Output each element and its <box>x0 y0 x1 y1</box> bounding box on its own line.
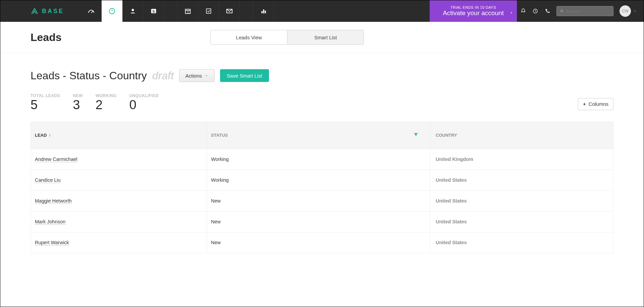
column-label: LEAD <box>35 133 47 138</box>
cell-lead: Rupert Warwick <box>31 232 207 253</box>
cell-status: New <box>207 191 430 211</box>
checkbox-icon <box>205 8 212 14</box>
bell-icon <box>520 8 526 14</box>
table-row[interactable]: Maggie HetworthNewUnited States <box>31 190 613 211</box>
activity-button[interactable] <box>532 8 538 14</box>
stat-label: NEW <box>73 93 83 98</box>
nav-right: CW <box>517 0 644 22</box>
filter-icon[interactable] <box>413 132 419 138</box>
sort-ascending-icon: ↑ <box>49 133 51 138</box>
cell-lead: Mark Johnson <box>31 212 207 232</box>
logo-icon <box>31 7 39 15</box>
lead-link[interactable]: Rupert Warwick <box>35 240 69 246</box>
stat-new: NEW 3 <box>73 93 83 112</box>
view-toggle: Leads View Smart List <box>210 30 364 45</box>
cell-lead: Andrew Carmichael <box>31 149 207 170</box>
stat-label: UNQUALIFIED <box>129 93 159 98</box>
svg-line-16 <box>562 11 563 12</box>
stat-label: TOTAL LEADS <box>31 93 60 98</box>
trial-main-text: Activate your account <box>443 9 504 17</box>
table-body: Andrew CarmichaelWorkingUnited KingdomCa… <box>31 149 613 253</box>
column-header-lead[interactable]: LEAD ↑ <box>31 122 207 149</box>
power-icon <box>108 7 116 15</box>
actions-button[interactable]: Actions <box>179 69 215 82</box>
svg-rect-13 <box>265 10 266 13</box>
list-title-row: Leads - Status - Country draft Actions S… <box>31 69 613 82</box>
trial-banner[interactable]: TRIAL ENDS IN 10 DAYS Activate your acco… <box>430 0 517 22</box>
draft-label: draft <box>152 70 174 82</box>
cell-lead: Maggie Hetworth <box>31 191 207 211</box>
column-header-status[interactable]: STATUS <box>207 122 430 149</box>
cell-status: New <box>207 232 430 253</box>
nav-leads[interactable] <box>102 0 122 22</box>
chevron-down-icon <box>633 9 637 13</box>
save-smart-list-button[interactable]: Save Smart List <box>220 69 269 82</box>
nav-deals[interactable]: S <box>143 0 164 22</box>
bar-chart-icon <box>260 8 267 14</box>
columns-label: Columns <box>589 101 608 107</box>
tab-smart-list[interactable]: Smart List <box>287 30 364 44</box>
nav-communication[interactable] <box>219 0 240 22</box>
leads-table: LEAD ↑ STATUS COUNTRY Andrew CarmichaelW… <box>31 122 613 253</box>
cell-lead: Candice Liu <box>31 170 207 190</box>
cell-country: United States <box>430 219 613 224</box>
phone-icon <box>544 8 550 14</box>
stat-value: 2 <box>96 98 117 112</box>
envelope-icon <box>226 7 233 15</box>
nav-reports[interactable] <box>253 0 274 22</box>
column-header-country[interactable]: COUNTRY <box>430 133 613 138</box>
search-icon <box>560 9 564 13</box>
brand-text: BASE <box>42 8 64 15</box>
chevron-down-icon <box>205 74 208 78</box>
cell-country: United Kingdom <box>430 157 613 162</box>
smart-list-name: Leads - Status - Country <box>31 70 147 82</box>
svg-rect-11 <box>261 11 262 13</box>
table-row[interactable]: Mark JohnsonNewUnited States <box>31 211 613 232</box>
svg-rect-9 <box>206 9 211 13</box>
cell-status: New <box>207 212 430 232</box>
content: Leads - Status - Country draft Actions S… <box>0 53 644 253</box>
notifications-button[interactable] <box>520 8 526 14</box>
nav-calendar[interactable]: 3 <box>177 0 198 22</box>
clock-icon <box>532 8 538 14</box>
columns-button[interactable]: + Columns <box>578 98 613 110</box>
gauge-icon <box>87 7 95 15</box>
nav-contacts[interactable] <box>122 0 143 22</box>
page-header: Leads Leads View Smart List <box>0 22 644 53</box>
lead-link[interactable]: Maggie Hetworth <box>35 198 72 204</box>
table-row[interactable]: Candice LiuWorkingUnited States <box>31 170 613 190</box>
nav-tasks[interactable] <box>198 0 219 22</box>
plus-icon: + <box>583 101 586 107</box>
column-label: STATUS <box>211 133 228 138</box>
table-row[interactable]: Andrew CarmichaelWorkingUnited Kingdom <box>31 149 613 170</box>
stat-total-leads: TOTAL LEADS 5 <box>31 93 60 112</box>
cell-country: United States <box>430 177 613 183</box>
avatar: CW <box>620 5 631 17</box>
top-nav: BASE S 3 <box>0 0 644 22</box>
user-menu[interactable]: CW <box>620 5 637 17</box>
lead-link[interactable]: Mark Johnson <box>35 219 65 225</box>
nav-items: S 3 <box>81 0 274 22</box>
svg-line-0 <box>91 11 93 13</box>
nav-dashboard[interactable] <box>81 0 102 22</box>
page-title: Leads <box>31 31 61 44</box>
table-row[interactable]: Rupert WarwickNewUnited States <box>31 232 613 253</box>
search-box[interactable] <box>556 6 613 16</box>
call-button[interactable] <box>544 8 550 14</box>
brand-logo[interactable]: BASE <box>0 0 81 22</box>
cell-country: United States <box>430 240 613 245</box>
stat-value: 0 <box>129 98 159 112</box>
lead-link[interactable]: Andrew Carmichael <box>35 157 77 162</box>
calendar-icon: 3 <box>184 7 192 15</box>
svg-text:S: S <box>152 9 155 13</box>
svg-point-3 <box>131 9 134 11</box>
nav-divider <box>164 0 177 22</box>
person-icon <box>129 8 136 14</box>
nav-divider2 <box>240 0 253 22</box>
search-input[interactable] <box>567 9 610 14</box>
stat-value: 5 <box>31 98 60 112</box>
avatar-initials: CW <box>622 9 629 13</box>
lead-link[interactable]: Candice Liu <box>35 177 61 183</box>
stat-unqualified: UNQUALIFIED 0 <box>129 93 159 112</box>
tab-leads-view[interactable]: Leads View <box>211 30 287 44</box>
